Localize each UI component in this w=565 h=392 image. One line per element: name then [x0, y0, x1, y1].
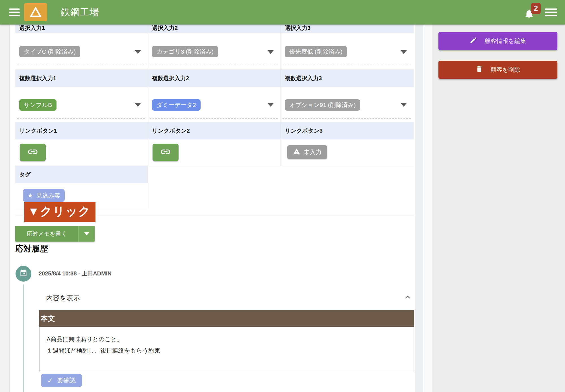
select-input-3[interactable]: 優先度低 (削除済み) — [281, 33, 414, 70]
notifications-button[interactable]: 2 — [524, 4, 536, 21]
header-bar: 鉄鋼工場 2 — [0, 0, 565, 25]
selected-value-chip: カテゴリ3 (削除済み) — [152, 46, 218, 57]
warning-icon — [293, 148, 300, 157]
selected-value-chip: オプション91 (削除済み) — [285, 99, 360, 111]
memo-content-body: A商品に興味ありとのこと。 １週間ほど検討し、後日連絡をもらう約束 — [39, 327, 414, 372]
triangle-logo-icon — [30, 7, 41, 17]
field-label-text: 複数選択入力2 — [152, 75, 189, 82]
empty-link-badge: 未入力 — [287, 145, 327, 159]
dropdown-caret-icon[interactable] — [135, 50, 141, 54]
memo-line: A商品に興味ありとのこと。 — [47, 334, 414, 345]
field-label-tag: タグ — [15, 166, 148, 183]
input-underline — [150, 64, 278, 64]
empty-cell — [148, 166, 281, 183]
empty-cell — [148, 183, 281, 208]
tag-chip[interactable]: ★ 見込み客 — [23, 189, 65, 202]
multiselect-input-1[interactable]: サンプルB — [15, 87, 148, 122]
page-left-margin — [0, 25, 9, 392]
delete-customer-button[interactable]: 顧客を削除 — [438, 61, 557, 79]
trash-icon — [475, 65, 483, 74]
link-icon — [160, 146, 171, 159]
vertical-scrollbar[interactable] — [423, 25, 432, 392]
input-underline — [17, 118, 145, 119]
write-memo-split-button: 応対メモを書く — [15, 226, 95, 242]
collapse-chevron-icon[interactable] — [403, 292, 412, 302]
menu-icon[interactable] — [9, 8, 20, 16]
click-here-annotation: ▼クリック — [24, 202, 95, 222]
panel-gap — [415, 25, 423, 392]
delete-button-label: 顧客を削除 — [490, 66, 520, 74]
edit-customer-button[interactable]: 顧客情報を編集 — [438, 32, 557, 50]
field-label-text: リンクボタン3 — [285, 127, 323, 135]
memo-line: １週間ほど検討し、後日連絡をもらう約束 — [47, 345, 414, 356]
memo-content-box: 本文 A商品に興味ありとのこと。 １週間ほど検討し、後日連絡をもらう約束 — [39, 310, 414, 372]
notification-badge: 2 — [531, 3, 541, 14]
open-link-button[interactable] — [20, 144, 46, 161]
history-heading: 応対履歴 — [15, 243, 48, 255]
link-icon — [27, 146, 38, 159]
field-label-multiselect3: 複数選択入力3 — [281, 70, 414, 87]
selected-value-chip: サンプルB — [19, 99, 56, 111]
field-label-linkbutton3: リンクボタン3 — [281, 122, 414, 139]
multiselect-input-3[interactable]: オプション91 (削除済み) — [281, 87, 414, 122]
timeline-line — [23, 284, 24, 392]
selected-value-chip: タイプC (削除済み) — [19, 46, 80, 57]
field-label-text: リンクボタン2 — [152, 127, 190, 135]
star-icon: ★ — [27, 192, 33, 199]
dropdown-caret-icon[interactable] — [401, 103, 407, 107]
field-label-text: タグ — [19, 171, 31, 178]
overflow-menu-icon[interactable] — [545, 8, 557, 16]
entry-timestamp: 2025/8/4 10:38 - 上田ADMIN — [39, 270, 112, 277]
link-button-cell-2 — [148, 139, 281, 166]
write-memo-button[interactable]: 応対メモを書く — [15, 226, 79, 242]
main-panel: 選択入力1 選択入力2 選択入力3 タイプC (削除済み) カテゴリ3 (削除済… — [9, 0, 416, 392]
calendar-avatar — [16, 266, 31, 282]
input-underline — [150, 118, 278, 119]
pencil-icon — [470, 36, 477, 45]
multiselect-input-2[interactable]: ダミーデータ2 — [148, 87, 281, 122]
dropdown-caret-icon[interactable] — [135, 103, 141, 107]
right-sidebar: 顧客情報を編集 顧客を削除 — [432, 25, 565, 392]
selected-value-chip: ダミーデータ2 — [152, 99, 201, 111]
header-actions: 2 — [524, 0, 557, 25]
caret-down-icon — [84, 232, 89, 235]
select-input-2[interactable]: カテゴリ3 (削除済み) — [148, 33, 281, 70]
open-link-button[interactable] — [153, 144, 179, 161]
empty-cell — [281, 166, 414, 183]
field-label-multiselect2: 複数選択入力2 — [148, 70, 281, 87]
field-label-linkbutton2: リンクボタン2 — [148, 122, 281, 139]
input-underline — [17, 64, 145, 64]
memo-content-header: 本文 — [39, 310, 414, 327]
write-memo-dropdown-toggle[interactable] — [79, 226, 95, 242]
tag-label: 見込み客 — [36, 192, 60, 200]
dropdown-caret-icon[interactable] — [401, 50, 407, 54]
dropdown-caret-icon[interactable] — [268, 50, 274, 54]
check-icon: ✓ — [47, 376, 53, 385]
app-canvas: 選択入力1 選択入力2 選択入力3 タイプC (削除済み) カテゴリ3 (削除済… — [0, 0, 565, 392]
app-logo[interactable] — [24, 3, 47, 21]
app-title: 鉄鋼工場 — [61, 6, 99, 19]
calendar-icon — [19, 269, 27, 278]
empty-label: 未入力 — [304, 148, 321, 156]
field-label-text: 複数選択入力3 — [285, 75, 322, 82]
selected-value-chip: 優先度低 (削除済み) — [285, 46, 347, 57]
status-label: 要確認 — [57, 376, 76, 385]
link-button-cell-3: 未入力 — [281, 139, 414, 166]
link-button-cell-1 — [15, 139, 148, 166]
field-label-linkbutton1: リンクボタン1 — [15, 122, 148, 139]
select-input-1[interactable]: タイプC (削除済み) — [15, 33, 148, 70]
dropdown-caret-icon[interactable] — [268, 103, 274, 107]
field-label-text: リンクボタン1 — [19, 127, 57, 135]
input-underline — [282, 118, 411, 119]
field-label-text: 複数選択入力1 — [19, 75, 56, 82]
input-underline — [282, 64, 411, 64]
status-chip[interactable]: ✓ 要確認 — [41, 374, 82, 387]
show-content-toggle[interactable]: 内容を表示 — [46, 294, 80, 303]
field-label-multiselect1: 複数選択入力1 — [15, 70, 148, 87]
edit-button-label: 顧客情報を編集 — [484, 37, 526, 45]
customer-field-table: 選択入力1 選択入力2 選択入力3 タイプC (削除済み) カテゴリ3 (削除済… — [15, 16, 414, 208]
empty-cell — [281, 183, 414, 208]
